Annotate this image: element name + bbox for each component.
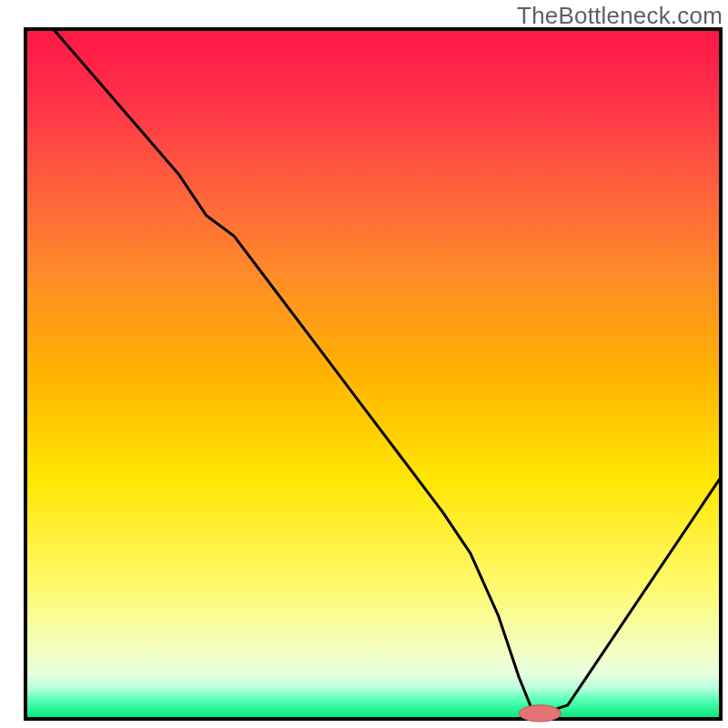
plot-background [25, 29, 721, 719]
bottleneck-chart [0, 0, 728, 728]
chart-container: { "watermark": "TheBottleneck.com", "col… [0, 0, 728, 728]
watermark-text: TheBottleneck.com [517, 2, 723, 30]
optimum-marker [519, 705, 561, 722]
